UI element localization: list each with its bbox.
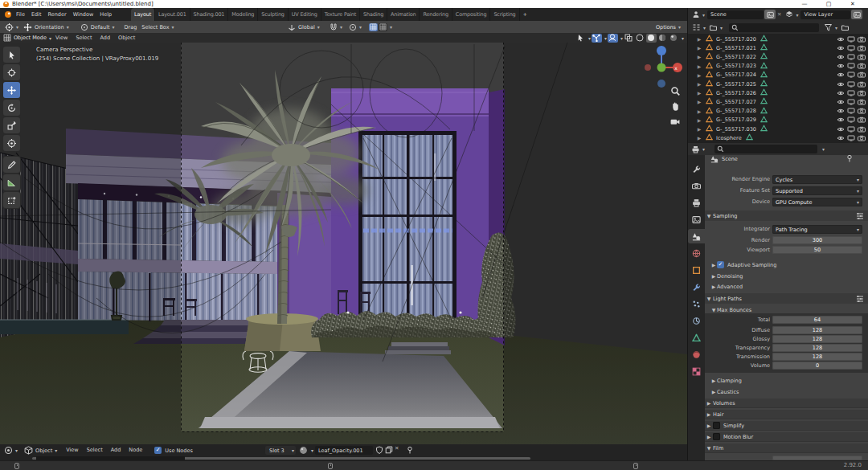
copy-material-icon[interactable]: [385, 446, 393, 456]
pin-icon[interactable]: [406, 446, 414, 456]
expand-arrow-icon[interactable]: ▶: [696, 45, 702, 51]
render-engine-dropdown[interactable]: Cycles▾: [772, 175, 862, 184]
add-cube-tool[interactable]: [3, 192, 20, 208]
select-box-dropdown[interactable]: Select Box▾: [141, 24, 174, 31]
tab-texture-paint[interactable]: Texture Paint: [321, 8, 359, 21]
xray-toggle-icon[interactable]: [624, 34, 634, 43]
bounce-total-slider[interactable]: 64: [772, 316, 862, 324]
viewport-samples-slider[interactable]: 50: [772, 246, 862, 254]
disable-render-icon[interactable]: [858, 99, 866, 105]
tab-particles[interactable]: [688, 296, 705, 311]
panel-motion-blur[interactable]: ▶Motion Blur: [705, 432, 868, 442]
shading-solid-icon[interactable]: [646, 34, 657, 43]
expand-arrow-icon[interactable]: ▶: [696, 81, 702, 87]
shader-menu-node[interactable]: Node: [125, 444, 146, 456]
tab-shading[interactable]: Shading: [359, 8, 387, 21]
measure-tool[interactable]: [3, 174, 20, 190]
disable-render-icon[interactable]: [858, 54, 866, 60]
viewport-menu-add[interactable]: Add: [96, 33, 114, 43]
sampling-section[interactable]: ▼Sampling: [705, 210, 868, 221]
expand-arrow-icon[interactable]: ▶: [696, 72, 702, 78]
disable-render-icon[interactable]: [858, 72, 866, 78]
disable-viewport-icon[interactable]: [847, 116, 855, 123]
disable-render-icon[interactable]: [858, 45, 866, 51]
expand-arrow-icon[interactable]: ▶: [696, 135, 702, 141]
minimize-button[interactable]: —: [796, 0, 813, 8]
integrator-dropdown[interactable]: Path Tracing▾: [772, 225, 862, 234]
feature-set-dropdown[interactable]: Supported▾: [772, 186, 862, 195]
cursor-tool[interactable]: [3, 64, 20, 80]
menu-edit[interactable]: Edit: [28, 8, 45, 21]
hide-eye-icon[interactable]: [837, 126, 845, 133]
tab-scene[interactable]: [688, 229, 705, 243]
selectability-icon[interactable]: [575, 34, 586, 43]
menu-render[interactable]: Render: [44, 8, 69, 21]
viewport-menu-object[interactable]: Object: [114, 33, 139, 43]
shader-menu-select[interactable]: Select: [83, 444, 107, 456]
properties-search-input[interactable]: [714, 145, 817, 153]
outliner-item[interactable]: ▶G-_555717.024: [688, 71, 868, 80]
hide-eye-icon[interactable]: [837, 116, 845, 123]
hide-eye-icon[interactable]: [837, 108, 845, 114]
disable-render-icon[interactable]: [858, 36, 866, 43]
properties-options-icon[interactable]: ▾: [822, 146, 825, 152]
hide-eye-icon[interactable]: [837, 99, 845, 105]
bounce-glossy-slider[interactable]: 128: [772, 335, 862, 343]
options-dropdown[interactable]: Options▾: [656, 21, 681, 34]
light-paths-section[interactable]: ▼Light Paths: [705, 293, 868, 304]
bounce-diffuse-slider[interactable]: 128: [772, 326, 862, 334]
annotate-tool[interactable]: [3, 157, 20, 173]
rotate-tool[interactable]: [3, 100, 20, 116]
orientation-dropdown[interactable]: Orientation▾: [23, 23, 69, 31]
transform-tool[interactable]: [3, 135, 20, 151]
denoising-section[interactable]: ▶Denoising: [710, 272, 743, 280]
material-preview-icon[interactable]: [299, 446, 308, 455]
scene-browse-button[interactable]: [764, 10, 776, 19]
panel-hair[interactable]: ▶Hair: [705, 410, 868, 419]
tab--[interactable]: +: [519, 8, 530, 21]
panel-film[interactable]: ▼Film: [705, 443, 868, 453]
expand-arrow-icon[interactable]: ▶: [696, 54, 702, 59]
tab-scripting[interactable]: Scripting: [489, 8, 518, 21]
expand-arrow-icon[interactable]: ▶: [696, 99, 702, 104]
use-nodes-checkbox[interactable]: ✓: [154, 447, 162, 454]
disable-render-icon[interactable]: [858, 63, 866, 69]
panel-simplify[interactable]: ▶Simplify: [705, 421, 868, 431]
tab-modifiers[interactable]: [688, 280, 705, 294]
scale-tool[interactable]: [3, 117, 20, 133]
disable-viewport-icon[interactable]: [847, 36, 855, 43]
hide-eye-icon[interactable]: [837, 45, 845, 51]
hide-eye-icon[interactable]: [837, 81, 845, 88]
shading-rendered-icon[interactable]: [669, 34, 679, 43]
material-name-field[interactable]: Leaf_Opacity.001: [315, 446, 373, 455]
shading-wireframe-icon[interactable]: [635, 34, 645, 43]
device-dropdown[interactable]: GPU Compute▾: [772, 198, 862, 206]
bounce-transparency-slider[interactable]: 128: [772, 344, 862, 352]
overlays-toggle-icon[interactable]: [608, 34, 618, 43]
disable-render-icon[interactable]: [858, 90, 866, 96]
outliner-item[interactable]: ▶G-_555717.027: [688, 97, 868, 106]
adaptive-sampling-toggle[interactable]: ▶✓Adaptive Sampling: [710, 260, 776, 269]
viewport-menu-view[interactable]: View: [51, 33, 72, 43]
scene-unlink-button[interactable]: ✕: [777, 11, 781, 18]
outliner-search-input[interactable]: [729, 23, 819, 32]
shader-menu-add[interactable]: Add: [107, 444, 125, 456]
blender-menu-icon[interactable]: [3, 10, 13, 18]
disable-viewport-icon[interactable]: [847, 63, 855, 69]
hide-eye-icon[interactable]: [837, 63, 845, 69]
disable-viewport-icon[interactable]: [847, 81, 855, 88]
disable-viewport-icon[interactable]: [847, 99, 855, 105]
filter-icon[interactable]: [824, 23, 833, 31]
outliner-item[interactable]: ▶G-_555717.021: [688, 43, 868, 52]
view-layer-browse-button[interactable]: [851, 10, 862, 19]
disable-viewport-icon[interactable]: [847, 126, 855, 133]
disable-viewport-icon[interactable]: [847, 72, 855, 78]
caustics-section[interactable]: ▶Caustics: [710, 387, 739, 396]
tab-animation[interactable]: Animation: [387, 8, 419, 21]
preset-dropdown[interactable]: Default▾: [80, 23, 115, 31]
expand-arrow-icon[interactable]: ▶: [696, 63, 702, 69]
viewport-menu-select[interactable]: Select: [72, 33, 96, 43]
snap-dropdown[interactable]: ▾: [330, 23, 342, 31]
bounce-transmission-slider[interactable]: 128: [772, 353, 862, 361]
shader-menu-view[interactable]: View: [62, 444, 82, 456]
